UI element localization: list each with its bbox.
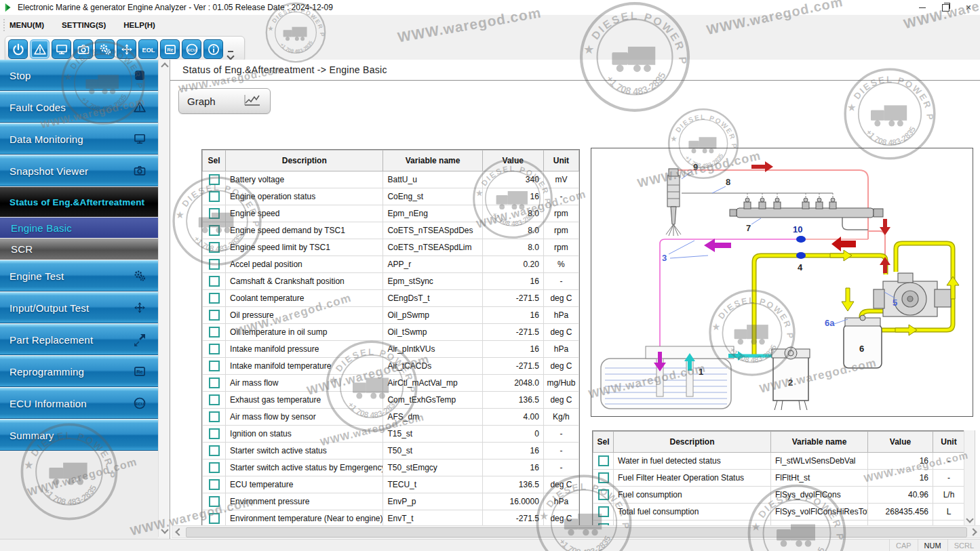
toolbar-snapshot-viewer-button[interactable] — [73, 39, 93, 59]
row-checkbox[interactable] — [598, 455, 609, 466]
row-unit: Kg/h — [543, 409, 579, 426]
col-sel: Sel — [593, 432, 614, 453]
sidebar-item-engine-basic[interactable]: Engine Basic — [0, 218, 158, 238]
sidebar-item-part-replacement[interactable]: Part Replacement — [0, 324, 158, 355]
sidebar-item-status-of-eng-aftertreatment[interactable]: Status of Eng.&Aftertreatment — [0, 187, 158, 217]
row-checkbox[interactable] — [209, 462, 220, 473]
row-unit: hPa — [543, 341, 579, 358]
toolbar-data-monitoring-button[interactable] — [52, 39, 71, 59]
minimize-button[interactable] — [911, 0, 934, 15]
sidebar-item-snapshot-viewer[interactable]: Snapshot Viewer — [0, 155, 158, 186]
toolbar-io-test-button[interactable] — [117, 39, 136, 59]
row-checkbox[interactable] — [598, 472, 609, 483]
diagram-label-tank: 1 — [699, 367, 703, 377]
arrows4-icon — [120, 43, 134, 56]
scroll-down-arrow[interactable] — [964, 514, 975, 526]
row-checkbox[interactable] — [598, 489, 609, 500]
sidebar-item-ecu-information[interactable]: ECU InformationECU — [0, 388, 158, 419]
row-unit: - — [933, 470, 965, 487]
fuel-table-scrollbar[interactable] — [964, 430, 975, 526]
row-checkbox[interactable] — [598, 506, 609, 517]
sidebar-item-summary[interactable]: Summary — [0, 420, 158, 451]
row-unit: deg C — [543, 476, 579, 493]
toolbar-fault-codes-button[interactable] — [30, 39, 50, 59]
scroll-down-arrow[interactable] — [159, 525, 170, 537]
row-unit: - — [933, 453, 965, 470]
toolbar-reprogramming-button[interactable]: Re — [160, 39, 180, 59]
warning-icon — [33, 43, 47, 56]
toolbar-power-button[interactable] — [8, 39, 28, 59]
row-checkbox[interactable] — [209, 344, 220, 354]
chevron-right-icon — [969, 528, 977, 535]
toolbar-engine-test-button[interactable] — [95, 39, 115, 59]
row-description: Starter switch active status — [226, 443, 383, 460]
row-checkbox[interactable] — [209, 361, 220, 371]
diagram-label-pump: 5 — [893, 298, 897, 308]
col-value: Value — [482, 150, 543, 171]
ecu-icon: ECU — [185, 43, 199, 56]
toolbar-eol-button[interactable]: EOL — [138, 39, 158, 59]
row-checkbox[interactable] — [209, 479, 220, 490]
sidebar-item-label: Data Monitoring — [9, 134, 130, 145]
menu-item-setting-s[interactable]: SETTING(S) — [62, 21, 106, 29]
restore-button[interactable] — [934, 0, 957, 15]
row-checkbox[interactable] — [209, 293, 220, 304]
diagram-label-dot4: 4 — [798, 262, 803, 272]
scroll-up-arrow[interactable] — [159, 60, 170, 71]
row-checkbox[interactable] — [209, 496, 220, 507]
menu-item-help-h[interactable]: HELP(H) — [123, 21, 155, 29]
row-variable-name: FlSys_dvolFlCons — [771, 487, 868, 504]
row-checkbox[interactable] — [209, 276, 220, 287]
row-value: -271.5 — [482, 510, 543, 527]
table-row: Camshaft & Crankshaft positionEpm_stSync… — [203, 273, 579, 290]
horizontal-scrollbar[interactable] — [172, 525, 980, 538]
sidebar-item-scr[interactable]: SCR — [0, 239, 158, 260]
col-unit: Unit — [543, 150, 579, 171]
row-checkbox[interactable] — [209, 174, 220, 185]
scrollbar-thumb[interactable] — [186, 527, 967, 537]
svg-text:ECU: ECU — [187, 47, 197, 52]
row-checkbox[interactable] — [209, 191, 220, 202]
toolbar-information-button[interactable] — [203, 39, 223, 59]
row-unit: hPa — [543, 307, 579, 324]
graph-button[interactable]: Graph — [178, 88, 271, 114]
row-checkbox[interactable] — [209, 327, 220, 338]
scroll-left-arrow[interactable] — [172, 526, 184, 537]
menu-item-menu-m[interactable]: MENU(M) — [9, 21, 44, 29]
row-checkbox[interactable] — [209, 411, 220, 422]
close-icon: × — [966, 3, 971, 12]
sidebar-item-reprogramming[interactable]: ReprogrammingRe — [0, 356, 158, 387]
toolbar-overflow-button[interactable] — [227, 39, 235, 59]
row-checkbox[interactable] — [209, 377, 220, 388]
ecu-icon: ECU — [130, 393, 150, 413]
row-variable-name: Fl_stWLvlSensDebVal — [771, 453, 868, 470]
scroll-right-arrow[interactable] — [968, 526, 980, 537]
sidebar-item-engine-test[interactable]: Engine Test — [0, 260, 158, 291]
sidebar-item-input-output-test[interactable]: Input/Output Test — [0, 292, 158, 323]
sidebar-item-data-monitoring[interactable]: Data Monitoring — [0, 123, 158, 155]
col-sel: Sel — [203, 150, 226, 171]
fuel-system-diagram: 9 8 7 10 4 3 5 6 6a 2 1 — [591, 148, 973, 417]
row-checkbox[interactable] — [209, 513, 220, 524]
row-checkbox[interactable] — [209, 242, 220, 253]
row-checkbox[interactable] — [209, 310, 220, 321]
close-button[interactable]: × — [957, 0, 980, 15]
row-checkbox[interactable] — [209, 208, 220, 219]
row-unit: rpm — [543, 239, 579, 256]
diagram-label-separator: 2 — [788, 377, 793, 388]
sidebar-item-stop[interactable]: Stop — [0, 60, 158, 91]
row-checkbox[interactable] — [209, 428, 220, 439]
sidebar-item-fault-codes[interactable]: Fault Codes — [0, 91, 158, 123]
row-unit: - — [543, 273, 579, 290]
scroll-lock-indicator: SCRL — [947, 539, 980, 551]
row-value: 16 — [482, 188, 543, 205]
row-variable-name: FlFltHt_st — [771, 470, 868, 487]
row-value: 16 — [868, 470, 933, 487]
row-checkbox[interactable] — [209, 394, 220, 405]
row-checkbox[interactable] — [209, 259, 220, 270]
toolbar-ecu-information-button[interactable]: ECU — [182, 39, 201, 59]
row-checkbox[interactable] — [209, 225, 220, 236]
row-checkbox[interactable] — [209, 445, 220, 456]
table-row: Intake manifold pressureAir_pIntkVUs16hP… — [203, 341, 579, 358]
gears-icon — [98, 43, 112, 56]
